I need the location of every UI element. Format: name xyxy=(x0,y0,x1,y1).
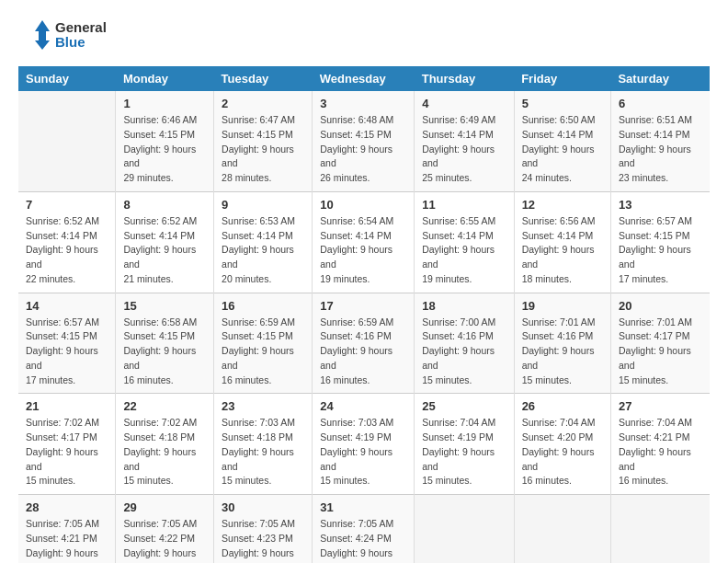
day-cell: 16Sunrise: 6:59 AMSunset: 4:15 PMDayligh… xyxy=(214,293,313,394)
day-cell: 25Sunrise: 7:04 AMSunset: 4:19 PMDayligh… xyxy=(415,394,514,495)
day-detail: Sunrise: 6:47 AMSunset: 4:15 PMDaylight:… xyxy=(222,113,304,186)
day-number: 8 xyxy=(123,198,206,212)
week-row-3: 14Sunrise: 6:57 AMSunset: 4:15 PMDayligh… xyxy=(18,293,710,394)
day-cell: 21Sunrise: 7:02 AMSunset: 4:17 PMDayligh… xyxy=(18,394,116,495)
day-number: 26 xyxy=(522,399,603,413)
day-cell: 2Sunrise: 6:47 AMSunset: 4:15 PMDaylight… xyxy=(214,91,313,191)
day-cell: 23Sunrise: 7:03 AMSunset: 4:18 PMDayligh… xyxy=(214,394,313,495)
day-number: 17 xyxy=(320,299,406,313)
day-cell xyxy=(18,91,116,191)
day-detail: Sunrise: 7:05 AMSunset: 4:23 PMDaylight:… xyxy=(222,517,304,563)
day-detail: Sunrise: 7:03 AMSunset: 4:18 PMDaylight:… xyxy=(222,416,304,488)
day-cell: 15Sunrise: 6:58 AMSunset: 4:15 PMDayligh… xyxy=(116,293,214,394)
day-number: 12 xyxy=(522,198,603,212)
day-detail: Sunrise: 6:50 AMSunset: 4:14 PMDaylight:… xyxy=(522,113,603,186)
day-number: 13 xyxy=(619,198,702,212)
day-detail: Sunrise: 7:05 AMSunset: 4:21 PMDaylight:… xyxy=(26,517,108,563)
day-cell: 7Sunrise: 6:52 AMSunset: 4:14 PMDaylight… xyxy=(18,191,116,293)
day-detail: Sunrise: 6:56 AMSunset: 4:14 PMDaylight:… xyxy=(522,214,603,287)
day-detail: Sunrise: 6:58 AMSunset: 4:15 PMDaylight:… xyxy=(123,316,206,388)
logo-blue: Blue xyxy=(55,35,107,51)
day-detail: Sunrise: 7:04 AMSunset: 4:20 PMDaylight:… xyxy=(522,416,603,488)
day-detail: Sunrise: 7:05 AMSunset: 4:24 PMDaylight:… xyxy=(320,517,406,563)
day-detail: Sunrise: 7:04 AMSunset: 4:21 PMDaylight:… xyxy=(619,416,702,488)
day-number: 30 xyxy=(222,500,304,514)
day-number: 22 xyxy=(123,399,206,413)
day-number: 25 xyxy=(422,399,506,413)
day-number: 9 xyxy=(222,198,304,212)
day-cell: 13Sunrise: 6:57 AMSunset: 4:15 PMDayligh… xyxy=(610,191,710,293)
day-detail: Sunrise: 6:48 AMSunset: 4:15 PMDaylight:… xyxy=(320,113,406,186)
logo-general: General xyxy=(55,20,107,36)
day-number: 3 xyxy=(320,97,406,110)
day-detail: Sunrise: 7:00 AMSunset: 4:16 PMDaylight:… xyxy=(422,316,506,388)
header-row: SundayMondayTuesdayWednesdayThursdayFrid… xyxy=(18,66,710,91)
week-row-4: 21Sunrise: 7:02 AMSunset: 4:17 PMDayligh… xyxy=(18,394,710,495)
day-number: 24 xyxy=(320,399,406,413)
day-cell: 30Sunrise: 7:05 AMSunset: 4:23 PMDayligh… xyxy=(214,495,313,564)
day-cell: 6Sunrise: 6:51 AMSunset: 4:14 PMDaylight… xyxy=(610,91,710,191)
svg-marker-0 xyxy=(35,20,50,50)
day-cell: 4Sunrise: 6:49 AMSunset: 4:14 PMDaylight… xyxy=(415,91,514,191)
day-cell: 10Sunrise: 6:54 AMSunset: 4:14 PMDayligh… xyxy=(313,191,415,293)
day-detail: Sunrise: 6:59 AMSunset: 4:16 PMDaylight:… xyxy=(320,316,406,388)
day-cell: 12Sunrise: 6:56 AMSunset: 4:14 PMDayligh… xyxy=(514,191,610,293)
day-number: 23 xyxy=(222,399,304,413)
day-cell: 26Sunrise: 7:04 AMSunset: 4:20 PMDayligh… xyxy=(514,394,610,495)
day-detail: Sunrise: 6:52 AMSunset: 4:14 PMDaylight:… xyxy=(26,214,108,287)
day-cell: 9Sunrise: 6:53 AMSunset: 4:14 PMDaylight… xyxy=(214,191,313,293)
day-number: 2 xyxy=(222,97,304,110)
header-cell-sunday: Sunday xyxy=(18,66,116,91)
header-cell-wednesday: Wednesday xyxy=(313,66,415,91)
day-number: 14 xyxy=(26,299,108,313)
day-detail: Sunrise: 6:54 AMSunset: 4:14 PMDaylight:… xyxy=(320,214,406,287)
header: General Blue xyxy=(18,18,710,52)
day-cell: 14Sunrise: 6:57 AMSunset: 4:15 PMDayligh… xyxy=(18,293,116,394)
day-detail: Sunrise: 6:59 AMSunset: 4:15 PMDaylight:… xyxy=(222,316,304,388)
day-number: 16 xyxy=(222,299,304,313)
calendar-table: SundayMondayTuesdayWednesdayThursdayFrid… xyxy=(18,66,710,563)
day-number: 5 xyxy=(522,97,603,110)
day-detail: Sunrise: 7:03 AMSunset: 4:19 PMDaylight:… xyxy=(320,416,406,488)
day-cell: 3Sunrise: 6:48 AMSunset: 4:15 PMDaylight… xyxy=(313,91,415,191)
day-detail: Sunrise: 6:49 AMSunset: 4:14 PMDaylight:… xyxy=(422,113,506,186)
day-cell: 19Sunrise: 7:01 AMSunset: 4:16 PMDayligh… xyxy=(514,293,610,394)
day-number: 18 xyxy=(422,299,506,313)
day-detail: Sunrise: 6:51 AMSunset: 4:14 PMDaylight:… xyxy=(619,113,702,186)
week-row-1: 1Sunrise: 6:46 AMSunset: 4:15 PMDaylight… xyxy=(18,91,710,191)
day-detail: Sunrise: 7:02 AMSunset: 4:18 PMDaylight:… xyxy=(123,416,206,488)
day-number: 4 xyxy=(422,97,506,110)
day-cell: 29Sunrise: 7:05 AMSunset: 4:22 PMDayligh… xyxy=(116,495,214,564)
day-detail: Sunrise: 7:05 AMSunset: 4:22 PMDaylight:… xyxy=(123,517,206,563)
day-number: 19 xyxy=(522,299,603,313)
day-cell: 18Sunrise: 7:00 AMSunset: 4:16 PMDayligh… xyxy=(415,293,514,394)
day-cell: 28Sunrise: 7:05 AMSunset: 4:21 PMDayligh… xyxy=(18,495,116,564)
day-number: 20 xyxy=(619,299,702,313)
logo-icon xyxy=(18,18,51,52)
day-detail: Sunrise: 7:01 AMSunset: 4:16 PMDaylight:… xyxy=(522,316,603,388)
day-number: 1 xyxy=(123,97,206,110)
day-number: 15 xyxy=(123,299,206,313)
day-number: 21 xyxy=(26,399,108,413)
header-cell-saturday: Saturday xyxy=(610,66,710,91)
day-cell: 1Sunrise: 6:46 AMSunset: 4:15 PMDaylight… xyxy=(116,91,214,191)
week-row-2: 7Sunrise: 6:52 AMSunset: 4:14 PMDaylight… xyxy=(18,191,710,293)
header-cell-tuesday: Tuesday xyxy=(214,66,313,91)
day-detail: Sunrise: 6:57 AMSunset: 4:15 PMDaylight:… xyxy=(26,316,108,388)
day-number: 28 xyxy=(26,500,108,514)
header-cell-friday: Friday xyxy=(514,66,610,91)
day-cell: 17Sunrise: 6:59 AMSunset: 4:16 PMDayligh… xyxy=(313,293,415,394)
day-cell: 24Sunrise: 7:03 AMSunset: 4:19 PMDayligh… xyxy=(313,394,415,495)
day-cell: 20Sunrise: 7:01 AMSunset: 4:17 PMDayligh… xyxy=(610,293,710,394)
day-detail: Sunrise: 6:52 AMSunset: 4:14 PMDaylight:… xyxy=(123,214,206,287)
day-number: 11 xyxy=(422,198,506,212)
day-detail: Sunrise: 6:57 AMSunset: 4:15 PMDaylight:… xyxy=(619,214,702,287)
day-detail: Sunrise: 7:01 AMSunset: 4:17 PMDaylight:… xyxy=(619,316,702,388)
day-detail: Sunrise: 6:55 AMSunset: 4:14 PMDaylight:… xyxy=(422,214,506,287)
day-cell: 5Sunrise: 6:50 AMSunset: 4:14 PMDaylight… xyxy=(514,91,610,191)
day-detail: Sunrise: 7:02 AMSunset: 4:17 PMDaylight:… xyxy=(26,416,108,488)
day-cell: 22Sunrise: 7:02 AMSunset: 4:18 PMDayligh… xyxy=(116,394,214,495)
day-cell xyxy=(415,495,514,564)
day-detail: Sunrise: 6:53 AMSunset: 4:14 PMDaylight:… xyxy=(222,214,304,287)
logo: General Blue xyxy=(18,18,107,52)
